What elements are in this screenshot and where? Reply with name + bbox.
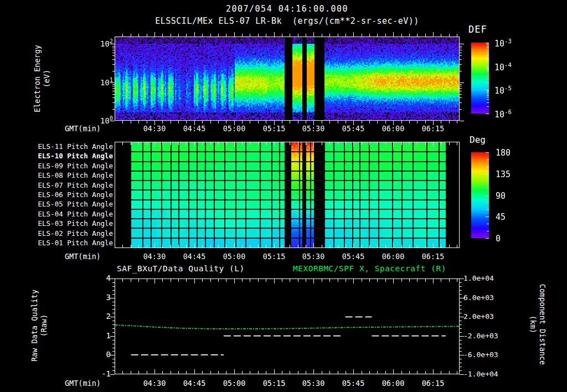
x-tick <box>401 142 402 145</box>
y-tick <box>112 302 115 302</box>
timeseries-right-axis-label-line2: (km) <box>528 284 538 365</box>
colorbar-tick <box>487 48 489 48</box>
y-tick <box>460 359 462 359</box>
y-tick-label: 3 <box>89 293 111 302</box>
colorbar-tick <box>486 66 489 67</box>
x-tick <box>178 279 179 282</box>
x-tick <box>258 279 259 282</box>
y-tick-label: 4 <box>89 274 111 282</box>
plot-window: 2007/054 04:16:00.000 ELSSCIL/MEx ELS-07… <box>0 0 567 392</box>
x-tick <box>346 34 346 37</box>
x-tick <box>210 279 211 282</box>
colorbar-tick-label: 45 <box>496 212 506 222</box>
y-tick <box>460 64 462 65</box>
x-tick <box>457 371 457 374</box>
x-tick <box>250 245 250 247</box>
y-tick <box>112 88 115 89</box>
x-tick <box>298 279 298 282</box>
colorbar-tick <box>487 82 489 83</box>
colorbar-tick-label: 0 <box>496 234 501 244</box>
x-tick <box>433 369 434 374</box>
y-tick <box>460 48 462 48</box>
x-tick <box>258 142 259 145</box>
x-tick-label: 05:45 <box>337 252 370 261</box>
y-tick-label: -1.0e+04 <box>463 370 502 378</box>
x-tick <box>162 371 163 374</box>
x-tick <box>147 245 147 247</box>
x-tick <box>226 245 226 247</box>
x-tick <box>194 32 195 37</box>
x-tick <box>162 245 163 247</box>
y-tick <box>460 344 462 344</box>
x-tick <box>210 245 211 247</box>
y-tick <box>112 55 115 56</box>
x-tick <box>457 142 457 145</box>
x-axis-title: GMT(min) <box>53 124 101 133</box>
x-tick <box>274 369 275 374</box>
colorbar-tick-label: 10-6 <box>494 109 512 120</box>
y-tick <box>460 313 462 313</box>
y-tick <box>460 294 462 295</box>
x-tick <box>449 371 450 374</box>
x-tick <box>250 279 250 282</box>
colorbar-tick <box>487 44 489 44</box>
x-tick <box>226 279 226 282</box>
x-tick <box>393 32 394 37</box>
x-tick <box>186 34 187 37</box>
y-tick-label: -6.0e+03 <box>463 350 502 359</box>
x-tick <box>306 371 306 374</box>
colorbar-tick <box>487 59 489 60</box>
y-tick <box>460 286 462 287</box>
y-tick <box>112 305 115 306</box>
x-tick <box>346 121 346 123</box>
x-tick <box>194 243 195 247</box>
x-tick <box>250 371 250 374</box>
x-tick <box>250 34 250 37</box>
electron-energy-spectrogram <box>115 37 459 120</box>
x-tick <box>369 142 370 145</box>
x-tick <box>425 34 426 37</box>
y-tick <box>460 340 462 341</box>
x-tick <box>306 279 306 282</box>
colorbar-tick <box>487 79 489 79</box>
y-tick <box>460 86 462 86</box>
x-tick-label: 04:45 <box>178 379 211 388</box>
x-tick-label: 06:15 <box>416 379 450 388</box>
y-tick <box>112 286 115 287</box>
y-tick <box>110 355 115 355</box>
x-tick <box>409 279 410 282</box>
x-tick <box>385 245 386 247</box>
x-tick <box>377 371 378 374</box>
x-tick <box>194 279 195 283</box>
y-tick-label: 2.0e+03 <box>463 312 502 321</box>
x-tick <box>425 245 426 247</box>
y-tick <box>460 290 462 291</box>
x-tick <box>329 142 330 145</box>
x-tick-label: 06:00 <box>377 252 410 261</box>
x-tick <box>250 121 250 123</box>
x-tick <box>417 245 417 247</box>
pitch-row-label: ELS-01 Pitch Angle <box>33 239 113 247</box>
x-tick <box>298 142 298 145</box>
x-tick <box>258 34 259 37</box>
colorbar-tick <box>487 70 489 70</box>
x-tick <box>138 245 139 247</box>
colorbar-tick-label: 180 <box>496 148 511 158</box>
x-tick <box>138 142 139 145</box>
y-tick <box>460 367 462 367</box>
x-tick <box>218 279 219 282</box>
x-tick <box>202 142 203 145</box>
x-tick <box>282 142 282 145</box>
x-tick <box>401 245 402 247</box>
y-tick <box>460 324 462 325</box>
x-tick <box>306 121 306 123</box>
colorbar-tick <box>486 43 489 43</box>
x-tick-label: 04:30 <box>138 252 171 261</box>
x-tick <box>441 121 441 123</box>
colorbar-tick <box>486 114 489 114</box>
x-axis-title: GMT(min) <box>53 379 101 388</box>
colorbar-tick <box>487 68 489 68</box>
x-tick-label: 06:15 <box>416 124 450 133</box>
x-tick <box>290 121 290 123</box>
x-tick-label: 04:45 <box>178 252 211 261</box>
